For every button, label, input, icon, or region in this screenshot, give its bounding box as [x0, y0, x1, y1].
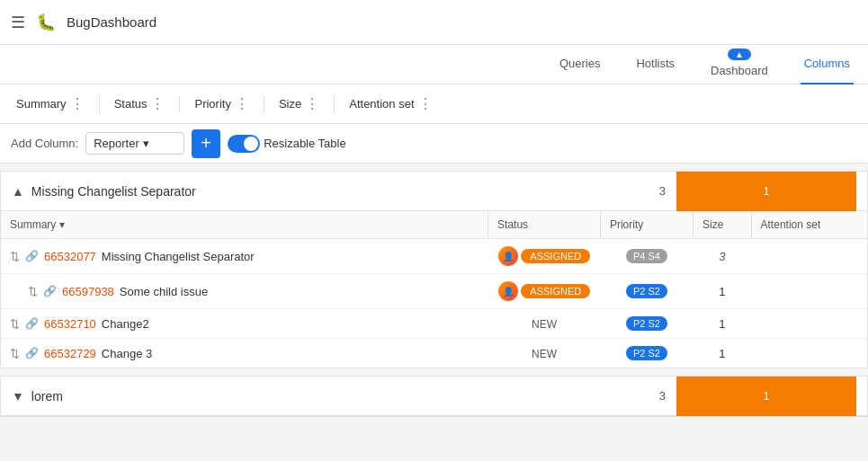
col-summary[interactable]: Summary ⋮: [11, 92, 90, 116]
add-column-row: Add Column: Reporter ▾ + Resizable Table: [0, 124, 868, 164]
sort-icon: ▾: [59, 218, 65, 231]
dropdown-icon: ▾: [143, 137, 149, 150]
row-link-icon-3: 🔗: [25, 317, 39, 330]
table-header-row: Summary ▾ Status Priority Size Attention…: [1, 211, 867, 239]
size-val-4: 1: [719, 347, 725, 360]
tab-dashboard-wrapper: ▲ Dashboard: [707, 45, 772, 84]
th-status[interactable]: Status: [488, 211, 601, 239]
col-summary-menu-icon[interactable]: ⋮: [70, 95, 85, 112]
col-attention-set[interactable]: Attention set ⋮: [344, 92, 437, 116]
col-status[interactable]: Status ⋮: [109, 92, 171, 116]
status-badge-4: NEW: [532, 348, 557, 360]
avatar-2: 👤: [498, 281, 518, 301]
toggle-label: Resizable Table: [264, 137, 346, 150]
group-missing-changelist-separator: ▲ Missing Changelist Separator 3 1 Summa…: [0, 171, 868, 368]
col-size[interactable]: Size ⋮: [273, 92, 325, 116]
td-size-4: 1: [694, 339, 751, 368]
size-val-2: 1: [719, 285, 725, 298]
issue-id-1[interactable]: 66532077: [44, 250, 96, 263]
group-bar-1: 1: [676, 172, 856, 211]
size-val-3: 1: [719, 317, 725, 331]
issue-title-4: Change 3: [102, 347, 152, 360]
td-size-2: 1: [694, 274, 751, 309]
col-priority-label: Priority: [194, 97, 230, 111]
add-column-button[interactable]: +: [192, 129, 220, 158]
status-badge-1: ASSIGNED: [521, 249, 590, 263]
issue-title-2: Some child issue: [120, 285, 208, 298]
td-status-4: NEW: [488, 339, 601, 368]
col-status-label: Status: [114, 97, 148, 111]
status-badge-2: ASSIGNED: [521, 284, 590, 298]
th-priority[interactable]: Priority: [600, 211, 693, 239]
issue-id-4[interactable]: 66532729: [44, 347, 96, 360]
app-title: BugDashboard: [67, 14, 157, 30]
row-link-icon-2: 🔗: [43, 285, 57, 297]
row-sort-icon-2: ⇅: [28, 285, 38, 298]
priority-badge-1: P4 S4: [626, 249, 667, 263]
td-attention-3: [751, 309, 867, 339]
col-sep-1: [99, 95, 100, 113]
status-badge-3: NEW: [532, 318, 557, 331]
td-status-2: 👤 ASSIGNED: [488, 274, 601, 309]
tab-hotlists[interactable]: Hotlists: [632, 45, 678, 84]
th-attention-set[interactable]: Attention set: [751, 211, 867, 239]
nav-tabs: Queries Hotlists ▲ Dashboard Columns: [0, 45, 868, 84]
priority-badge-3: P2 S2: [626, 316, 667, 331]
priority-badge-2: P2 S2: [626, 284, 667, 298]
col-priority[interactable]: Priority ⋮: [189, 92, 254, 116]
table-row: ⇅ 🔗 66532077 Missing Changelist Separato…: [1, 239, 867, 274]
tab-columns[interactable]: Columns: [801, 45, 854, 84]
group-count-2: 3: [659, 389, 666, 403]
table-row: ⇅ 🔗 66597938 Some child issue 👤 ASSIGNED…: [1, 274, 867, 309]
main-content: ▲ Missing Changelist Separator 3 1 Summa…: [0, 164, 868, 461]
group-title-1: Missing Changelist Separator: [31, 184, 659, 199]
col-sep-2: [179, 95, 180, 113]
issue-id-2[interactable]: 66597938: [62, 285, 114, 298]
menu-icon[interactable]: ☰: [11, 13, 25, 32]
avatar-1: 👤: [498, 246, 518, 266]
columns-toolbar: Summary ⋮ Status ⋮ Priority ⋮ Size ⋮ Att…: [0, 84, 868, 124]
priority-badge-4: P2 S2: [626, 346, 667, 360]
toggle-track[interactable]: [228, 135, 260, 153]
add-column-value: Reporter: [94, 137, 139, 150]
group-title-2: lorem: [31, 389, 659, 403]
table-row: ⇅ 🔗 66532729 Change 3 NEW P2 S2: [1, 339, 867, 368]
add-column-select[interactable]: Reporter ▾: [85, 132, 184, 155]
resizable-table-toggle[interactable]: Resizable Table: [228, 135, 346, 153]
td-status-1: 👤 ASSIGNED: [488, 239, 601, 274]
td-attention-1: [751, 239, 867, 274]
logo-icon: 🐛: [36, 13, 56, 32]
td-attention-2: [751, 274, 867, 309]
group-collapse-icon-2[interactable]: ▼: [12, 389, 24, 403]
col-status-menu-icon[interactable]: ⋮: [150, 95, 165, 112]
issue-id-3[interactable]: 66532710: [44, 317, 96, 331]
td-priority-4: P2 S2: [600, 339, 693, 368]
row-sort-icon-4: ⇅: [10, 347, 20, 360]
issue-title-3: Change2: [102, 317, 149, 331]
th-summary-label: Summary: [10, 218, 56, 231]
td-summary-3: ⇅ 🔗 66532710 Change2: [1, 309, 488, 339]
th-summary[interactable]: Summary ▾: [1, 211, 488, 239]
td-size-3: 1: [694, 309, 751, 339]
td-size-1: 3: [694, 239, 751, 274]
th-size[interactable]: Size: [694, 211, 751, 239]
group-header-1: ▲ Missing Changelist Separator 3 1: [1, 172, 867, 211]
td-priority-3: P2 S2: [600, 309, 693, 339]
row-link-icon-1: 🔗: [25, 250, 39, 262]
table-row: ⇅ 🔗 66532710 Change2 NEW P2 S2: [1, 309, 867, 339]
td-attention-4: [751, 339, 867, 368]
tab-queries[interactable]: Queries: [556, 45, 604, 84]
group-count-1: 3: [659, 184, 666, 198]
td-summary-2: ⇅ 🔗 66597938 Some child issue: [1, 274, 488, 309]
col-size-label: Size: [279, 97, 301, 111]
up-arrow-icon: ▲: [735, 49, 744, 59]
group-bar-2: 1: [676, 377, 856, 416]
col-size-menu-icon[interactable]: ⋮: [305, 95, 319, 112]
td-summary-1: ⇅ 🔗 66532077 Missing Changelist Separato…: [1, 239, 488, 274]
col-attention-set-menu-icon[interactable]: ⋮: [418, 95, 433, 112]
col-priority-menu-icon[interactable]: ⋮: [235, 95, 249, 112]
td-priority-2: P2 S2: [600, 274, 693, 309]
row-sort-icon-3: ⇅: [10, 317, 20, 331]
group-collapse-icon-1[interactable]: ▲: [12, 184, 24, 199]
row-sort-icon-1: ⇅: [10, 250, 20, 263]
